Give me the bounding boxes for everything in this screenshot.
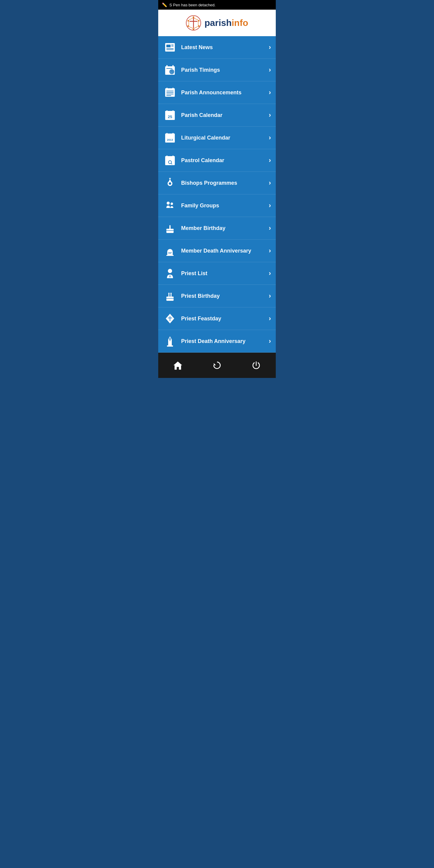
menu-list: Latest News › Parish Timings ›: [158, 36, 276, 352]
svg-text:2013: 2013: [167, 138, 173, 141]
member-birthday-chevron: ›: [269, 224, 271, 232]
spen-icon: ✏️: [162, 2, 167, 7]
priest-feastday-chevron: ›: [269, 315, 271, 322]
bottom-nav: [158, 352, 276, 378]
svg-point-3: [193, 16, 194, 18]
family-groups-label: Family Groups: [181, 203, 267, 209]
parish-announcements-chevron: ›: [269, 89, 271, 96]
menu-item-bishops-programmes[interactable]: Bishops Programmes ›: [158, 172, 276, 194]
parish-calendar-chevron: ›: [269, 111, 271, 119]
member-death-anniversary-chevron: ›: [269, 247, 271, 255]
svg-point-61: [169, 225, 170, 227]
menu-item-pastrol-calendar[interactable]: Pastrol Calendar ›: [158, 149, 276, 172]
svg-rect-22: [166, 65, 167, 67]
svg-point-54: [169, 182, 171, 185]
svg-rect-30: [166, 88, 167, 90]
parish-calendar-label: Parish Calendar: [181, 112, 267, 119]
liturgical-calendar-icon: 2013: [163, 131, 177, 145]
svg-point-4: [198, 20, 199, 22]
monument-icon: [163, 334, 177, 348]
power-icon: [251, 360, 261, 371]
priest-birthday-label: Priest Birthday: [181, 293, 267, 299]
power-button[interactable]: [245, 358, 268, 373]
status-text: S Pen has been detached.: [169, 3, 216, 7]
parish-announcements-label: Parish Announcements: [181, 90, 267, 96]
pastrol-calendar-label: Pastrol Calendar: [181, 157, 267, 164]
svg-rect-40: [165, 113, 175, 114]
menu-item-family-groups[interactable]: Family Groups ›: [158, 194, 276, 217]
calendar25-icon: 25: [163, 108, 177, 122]
news-icon: [163, 40, 177, 54]
home-button[interactable]: [166, 358, 189, 373]
svg-rect-60: [169, 227, 170, 229]
menu-item-parish-calendar[interactable]: 25 Parish Calendar ›: [158, 104, 276, 127]
svg-point-6: [193, 28, 194, 30]
svg-rect-19: [166, 48, 174, 49]
feastday-icon: [163, 312, 177, 326]
app-header: parishinfo: [158, 10, 276, 36]
svg-rect-38: [166, 110, 167, 112]
menu-item-latest-news[interactable]: Latest News ›: [158, 36, 276, 59]
svg-rect-20: [166, 50, 174, 50]
svg-rect-17: [171, 44, 174, 45]
svg-line-11: [194, 27, 198, 28]
latest-news-chevron: ›: [269, 43, 271, 51]
priest-birthday-icon: [163, 289, 177, 303]
svg-point-67: [168, 269, 172, 273]
priest-list-label: Priest List: [181, 270, 267, 277]
svg-rect-32: [166, 91, 174, 91]
svg-rect-35: [166, 95, 171, 96]
svg-rect-72: [170, 294, 172, 297]
menu-item-priest-list[interactable]: Priest List ›: [158, 262, 276, 285]
menu-item-priest-birthday[interactable]: Priest Birthday ›: [158, 285, 276, 307]
priest-birthday-chevron: ›: [269, 292, 271, 300]
menu-item-priest-death-anniversary[interactable]: Priest Death Anniversary ›: [158, 330, 276, 352]
svg-rect-59: [166, 229, 174, 233]
menu-item-liturgical-calendar[interactable]: 2013 Liturgical Calendar ›: [158, 127, 276, 149]
pastrol-calendar-icon: [163, 153, 177, 167]
member-birthday-label: Member Birthday: [181, 225, 267, 231]
announcements-icon: [163, 86, 177, 99]
svg-rect-39: [173, 110, 174, 112]
family-groups-chevron: ›: [269, 202, 271, 210]
svg-point-57: [167, 202, 170, 205]
liturgical-calendar-label: Liturgical Calendar: [181, 135, 267, 141]
tombstone-icon: RIP: [163, 244, 177, 258]
menu-item-priest-feastday[interactable]: Priest Feastday ›: [158, 307, 276, 330]
parish-timings-label: Parish Timings: [181, 67, 267, 73]
svg-rect-45: [165, 135, 175, 136]
svg-point-5: [198, 25, 199, 27]
pastrol-calendar-chevron: ›: [269, 156, 271, 164]
device-wrapper: ✏️ S Pen has been detached.: [158, 0, 276, 378]
svg-rect-44: [173, 133, 174, 135]
svg-point-8: [188, 20, 189, 22]
family-icon: [163, 198, 177, 213]
svg-rect-16: [166, 44, 170, 47]
svg-line-14: [189, 18, 193, 20]
svg-rect-18: [171, 46, 174, 46]
svg-rect-71: [168, 294, 169, 297]
menu-item-parish-announcements[interactable]: Parish Announcements ›: [158, 82, 276, 104]
home-icon: [173, 360, 183, 371]
liturgical-calendar-chevron: ›: [269, 134, 271, 142]
priest-list-chevron: ›: [269, 270, 271, 277]
bishops-programmes-label: Bishops Programmes: [181, 180, 267, 186]
svg-marker-83: [174, 361, 182, 370]
svg-rect-82: [167, 345, 173, 347]
logo-info: info: [232, 18, 248, 28]
logo-icon: [186, 15, 201, 31]
refresh-button[interactable]: [206, 358, 228, 373]
priest-icon: [163, 267, 177, 280]
svg-rect-50: [165, 158, 175, 159]
menu-item-member-death-anniversary[interactable]: RIP Member Death Anniversary ›: [158, 240, 276, 262]
svg-rect-23: [173, 65, 174, 67]
svg-rect-34: [166, 94, 174, 94]
menu-item-parish-timings[interactable]: Parish Timings ›: [158, 59, 276, 82]
svg-point-73: [168, 293, 170, 294]
svg-marker-84: [214, 363, 216, 365]
svg-text:25: 25: [168, 115, 172, 119]
logo-parish: parish: [204, 18, 231, 28]
svg-text:RIP: RIP: [168, 252, 172, 254]
menu-item-member-birthday[interactable]: Member Birthday ›: [158, 217, 276, 240]
svg-rect-33: [166, 92, 174, 93]
